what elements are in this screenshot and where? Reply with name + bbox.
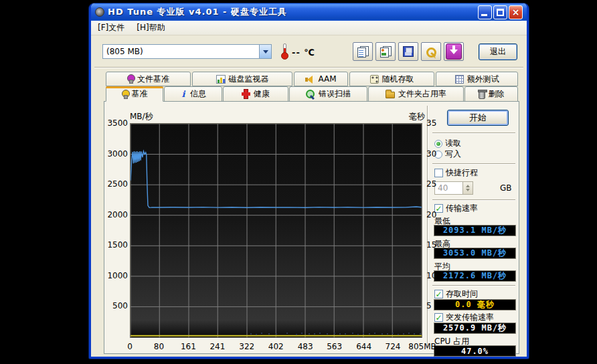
toolbar: (805 MB) -- ℃ 退出 xyxy=(91,35,527,66)
short-stroke-checkbox[interactable]: 快捷行程 xyxy=(434,167,478,179)
radio-selected-icon[interactable] xyxy=(434,140,442,148)
magnifier-icon xyxy=(306,90,315,99)
y-left-tick: 2000 xyxy=(106,210,128,219)
access-time-dot xyxy=(319,333,321,334)
app-icon xyxy=(95,7,104,17)
access-time-dot xyxy=(363,333,364,334)
tab-extra-tests[interactable]: 额外测试 xyxy=(436,72,518,86)
write-radio[interactable]: 写入 xyxy=(434,149,461,160)
tab-folder-usage[interactable]: 文件夹占用率 xyxy=(368,86,464,102)
update-button[interactable] xyxy=(444,42,464,61)
y-right-tick: 30 xyxy=(426,149,436,159)
copy-text-button[interactable] xyxy=(353,42,373,61)
info-icon: i xyxy=(180,89,187,99)
spin-up-icon[interactable] xyxy=(466,183,470,187)
min-value: 2093.1 MB/秒 xyxy=(434,225,516,236)
burst-rate-checkbox[interactable]: 突发传输速率 xyxy=(434,312,494,323)
checkbox-checked-icon[interactable] xyxy=(434,313,443,322)
exit-button[interactable]: 退出 xyxy=(479,43,517,60)
yellow-bulb-icon xyxy=(122,90,129,99)
options-button[interactable] xyxy=(421,42,441,61)
close-button[interactable]: × xyxy=(509,5,523,19)
cpu-usage-value: 47.0% xyxy=(434,345,516,357)
minimize-icon xyxy=(481,14,487,16)
access-time-dot xyxy=(387,333,388,335)
x-tick: 724 xyxy=(386,342,401,351)
y-right-tick: 35 xyxy=(426,118,436,128)
menu-bar: [F]文件 [H]帮助 xyxy=(91,21,527,35)
maximize-button[interactable] xyxy=(493,5,507,19)
menu-help[interactable]: [H]帮助 xyxy=(135,21,166,35)
y-left-tick: 1000 xyxy=(106,271,128,280)
access-time-dot xyxy=(381,333,383,335)
tab-random-access[interactable]: 随机存取 xyxy=(349,72,434,86)
tab-error-scan[interactable]: 错误扫描 xyxy=(289,86,367,102)
x-tick: 483 xyxy=(298,342,313,351)
trash-icon xyxy=(479,92,485,99)
toolbar-divider xyxy=(94,67,523,68)
checkbox-checked-icon[interactable] xyxy=(434,290,443,298)
y-right-tick: 20 xyxy=(426,210,436,219)
access-time-dot xyxy=(408,333,410,334)
access-time-dot xyxy=(301,333,303,334)
access-time-value: 0.0 毫秒 xyxy=(434,299,516,310)
access-time-dot xyxy=(250,333,252,335)
desktop-background: HD Tune 专业版 v4.01 - 硬盘专业工具 × [F]文件 [H]帮助… xyxy=(0,0,597,364)
tab-info[interactable]: i信息 xyxy=(164,86,222,102)
spinner-arrows[interactable] xyxy=(462,182,473,194)
access-time-dot xyxy=(339,333,341,335)
y-right-tick: 15 xyxy=(426,240,436,250)
y-left-axis-title: MB/秒 xyxy=(130,111,153,122)
access-time-dot xyxy=(357,334,359,335)
y-right-axis-title: 毫秒 xyxy=(409,111,425,122)
transfer-rate-checkbox[interactable]: 传输速率 xyxy=(434,203,478,214)
tab-benchmark[interactable]: 基准 xyxy=(106,86,163,102)
temperature-readout: -- ℃ xyxy=(292,48,315,58)
minimize-button[interactable] xyxy=(478,5,492,19)
max-value: 3053.0 MB/秒 xyxy=(434,248,516,259)
chevron-down-icon[interactable] xyxy=(259,45,271,58)
title-bar[interactable]: HD Tune 专业版 v4.01 - 硬盘专业工具 × xyxy=(91,3,527,21)
avg-value: 2172.6 MB/秒 xyxy=(434,270,516,282)
tab-aam[interactable]: AAM xyxy=(294,72,348,86)
tab-health[interactable]: 健康 xyxy=(223,86,288,102)
bar-chart-icon xyxy=(216,75,226,84)
x-tick: 161 xyxy=(181,342,196,351)
dice-icon xyxy=(370,75,379,84)
drive-select-value: (805 MB) xyxy=(106,47,143,56)
copy-image-button[interactable] xyxy=(375,42,396,61)
grid-chart-icon xyxy=(455,75,464,84)
toolbar-buttons xyxy=(353,42,464,61)
tab-row-secondary: 文件基准 磁盘监视器 AAM 随机存取 额外测试 xyxy=(106,72,518,86)
y-left-tick: 1500 xyxy=(106,240,128,250)
drive-select[interactable]: (805 MB) xyxy=(102,44,272,59)
tab-erase[interactable]: 删除 xyxy=(464,86,518,102)
access-time-dot xyxy=(256,334,257,335)
y-right-tick: 10 xyxy=(426,271,436,280)
access-time-dot xyxy=(314,333,315,335)
spin-down-icon[interactable] xyxy=(466,189,470,193)
x-tick: 563 xyxy=(327,342,342,351)
short-stroke-size-input[interactable]: 40 xyxy=(434,181,473,195)
save-button[interactable] xyxy=(398,42,418,61)
burst-rate-value: 2570.9 MB/秒 xyxy=(434,323,516,334)
benchmark-panel: MB/秒 毫秒 开始 读取 写入 快捷 xyxy=(104,101,519,354)
chart-canvas xyxy=(131,124,422,337)
menu-file[interactable]: [F]文件 xyxy=(96,21,126,35)
y-right-tick: 5 xyxy=(426,301,432,310)
checkbox-unchecked-icon[interactable] xyxy=(434,169,443,177)
access-time-checkbox[interactable]: 存取时间 xyxy=(434,288,478,300)
y-left-tick: 3500 xyxy=(106,118,128,128)
thermometer-icon xyxy=(281,43,287,60)
start-button[interactable]: 开始 xyxy=(447,110,509,126)
access-time-dot xyxy=(369,333,370,335)
panel-divider xyxy=(427,106,428,349)
short-stroke-size-value: 40 xyxy=(435,183,462,193)
copy-image-icon xyxy=(380,46,392,58)
read-radio[interactable]: 读取 xyxy=(434,138,461,149)
folder-icon xyxy=(386,92,395,98)
tab-disk-monitor[interactable]: 磁盘监视器 xyxy=(192,72,292,86)
maximize-icon xyxy=(497,9,504,16)
tab-file-benchmark[interactable]: 文件基准 xyxy=(106,72,191,86)
copy-text-icon xyxy=(357,46,369,58)
